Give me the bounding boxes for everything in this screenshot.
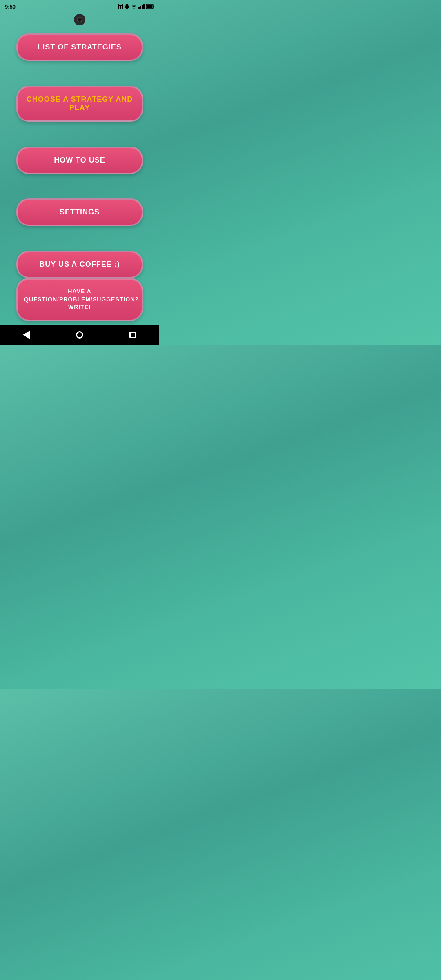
svg-rect-10	[143, 4, 145, 9]
how-to-use-button[interactable]: HOW TO USE	[16, 147, 143, 174]
svg-rect-13	[147, 5, 153, 8]
nav-recents-button[interactable]	[125, 327, 141, 343]
status-time: 9:50	[5, 4, 16, 10]
nav-back-button[interactable]	[18, 327, 35, 343]
signal-icon	[138, 4, 145, 9]
svg-rect-7	[138, 7, 140, 9]
svg-rect-3	[119, 4, 122, 5]
wifi-icon	[131, 4, 137, 9]
status-bar: 9:50	[0, 0, 159, 11]
nav-home-icon	[76, 331, 83, 339]
choose-strategy-button[interactable]: CHOOSE A STRATEGY AND PLAY	[16, 86, 143, 122]
battery-icon	[146, 4, 154, 9]
svg-rect-1	[119, 6, 120, 9]
settings-button[interactable]: SETTINGS	[16, 198, 143, 226]
buy-coffee-button[interactable]: BUY US A COFFEE :)	[16, 251, 143, 278]
nav-recents-icon	[129, 332, 136, 338]
notification-icon	[125, 4, 129, 9]
question-button[interactable]: HAVE A QUESTION/PROBLEM/SUGGESTION? WRIT…	[16, 278, 143, 321]
list-strategies-button[interactable]: LIST OF STRATEGIES	[16, 33, 143, 61]
svg-rect-12	[153, 6, 154, 7]
svg-point-6	[134, 8, 135, 9]
sim-icon	[118, 4, 123, 9]
svg-rect-2	[121, 6, 122, 9]
camera-notch	[74, 14, 85, 25]
nav-home-button[interactable]	[71, 327, 88, 343]
nav-back-icon	[23, 330, 30, 339]
svg-rect-9	[142, 5, 143, 9]
bottom-nav	[0, 325, 159, 345]
status-icons	[118, 4, 154, 9]
svg-rect-8	[140, 6, 141, 9]
svg-point-5	[127, 8, 128, 9]
main-content: LIST OF STRATEGIES CHOOSE A STRATEGY AND…	[0, 25, 159, 325]
